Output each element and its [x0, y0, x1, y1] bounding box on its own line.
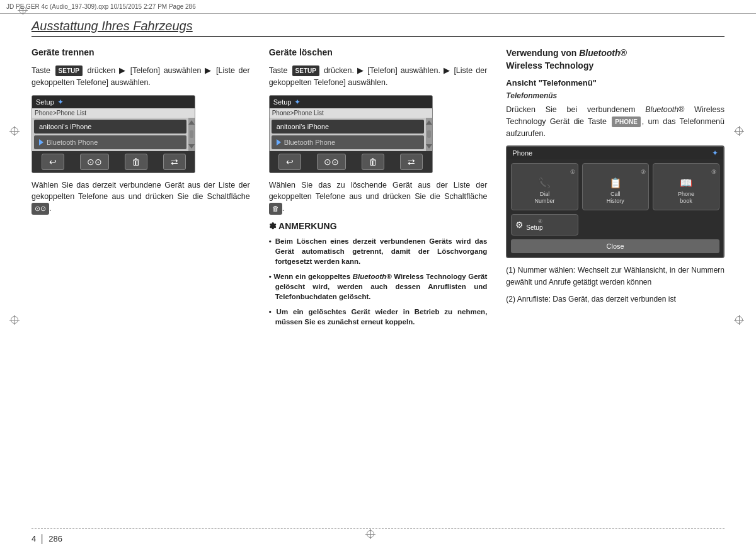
bluetooth-icon-phone: ✦	[712, 149, 718, 157]
setup-label: Setup	[526, 224, 542, 231]
phone-screen: Phone ✦ ① 📞 DialNumber ② 📋 CallHistory	[506, 145, 724, 258]
sub-item-col1: Bluetooth Phone	[34, 135, 186, 149]
scrollbar-col1[interactable]	[188, 118, 195, 151]
col2-heading: Geräte löschen	[269, 47, 488, 57]
col3-italic-label: Telefonmenüs	[506, 91, 724, 100]
col3-heading: Verwendung von Bluetooth® Wireless Techn…	[506, 47, 724, 72]
col3-sub-heading: Ansicht "Telefonmenü"	[506, 78, 724, 88]
note-item-2: Wenn ein gekoppeltes Bluetooth® Wireless…	[269, 271, 488, 302]
note-item-1: Beim Löschen eines derzeit verbundenen G…	[269, 236, 488, 266]
scroll-down-col2[interactable]	[426, 144, 432, 149]
btn-extra-col2[interactable]: ⇄	[400, 154, 423, 170]
btn-delete-col2[interactable]: 🗑	[362, 154, 384, 170]
phone-title: Phone	[512, 149, 532, 157]
bluetooth-icon-1: ✦	[57, 98, 64, 106]
dial-label: DialNumber	[514, 191, 575, 205]
col2-text-after: Wählen Sie das zu löschende Gerät aus de…	[269, 179, 488, 215]
empty-cell-2	[653, 214, 719, 236]
setup-number-badge: ④	[526, 219, 542, 224]
phonebook-icon: 📖	[656, 177, 716, 189]
col1-intro: Taste SETUP drücken ▶ [Telefon] auswähle…	[32, 65, 250, 89]
page-title-section: Ausstattung Ihres Fahrzeugs	[32, 19, 724, 37]
dial-number-badge: ①	[514, 169, 575, 175]
badge-phone: PHONE	[612, 116, 641, 127]
crosshair-left-bottom	[9, 315, 22, 327]
badge-setup-1: SETUP	[55, 65, 83, 76]
header-bar: JD PE GER 4c (Audio_197-309).qxp 10/15/2…	[0, 0, 756, 14]
bluetooth-icon-2: ✦	[294, 98, 301, 106]
badge-setup-2: SETUP	[292, 65, 319, 76]
note-heading: ✽ ANMERKUNG	[269, 221, 488, 231]
phone-menu-history[interactable]: ② 📋 CallHistory	[582, 163, 649, 210]
col3-intro: Drücken Sie bei verbundenem Bluetooth® W…	[506, 104, 724, 139]
phone-close-button[interactable]: Close	[511, 239, 719, 253]
screen-title-col1: Setup	[36, 98, 54, 106]
breadcrumb-col1: Phone>Phone List	[32, 108, 195, 118]
header-text: JD PE GER 4c (Audio_197-309).qxp 10/15/2…	[6, 3, 196, 10]
col-bluetooth: Verwendung von Bluetooth® Wireless Techn…	[506, 47, 724, 520]
scroll-thumb-col1	[190, 130, 193, 138]
screen-header-col1: Setup ✦	[32, 96, 195, 108]
scroll-up-col1[interactable]	[188, 120, 195, 125]
empty-cell-1	[582, 214, 649, 236]
breadcrumb-col2: Phone>Phone List	[270, 108, 432, 118]
screen-buttons-col1: ↩ ⊙⊙ 🗑 ⇄	[32, 151, 195, 173]
scroll-thumb-col2	[427, 130, 431, 138]
sub-item-col2: Bluetooth Phone	[272, 135, 424, 149]
play-icon-1	[39, 139, 43, 145]
btn-connect-col2[interactable]: ⊙⊙	[317, 154, 346, 170]
play-icon-2	[277, 139, 281, 145]
footer-section: 4	[32, 534, 36, 543]
btn-back-col1[interactable]: ↩	[42, 154, 64, 170]
page-title: Ausstattung Ihres Fahrzeugs	[32, 19, 724, 33]
btn-extra-col1[interactable]: ⇄	[163, 154, 186, 170]
title-underline	[32, 36, 724, 37]
screen-mockup-col2: Setup ✦ Phone>Phone List anitooni's iPho…	[269, 95, 433, 173]
scroll-down-col1[interactable]	[188, 144, 195, 149]
history-label: CallHistory	[585, 191, 646, 205]
phonebook-label: Phonebook	[656, 191, 716, 205]
btn-connect-col1[interactable]: ⊙⊙	[80, 154, 109, 170]
crosshair-left-top	[9, 126, 22, 139]
col2-delete-icon: 🗑	[269, 203, 282, 215]
col-geraete-trennen: Geräte trennen Taste SETUP drücken ▶ [Te…	[32, 47, 250, 520]
note-list: Beim Löschen eines derzeit verbundenen G…	[269, 236, 488, 327]
screen-header-col2: Setup ✦	[270, 96, 432, 108]
scroll-up-col2[interactable]	[426, 120, 432, 125]
phone-menu-dial[interactable]: ① 📞 DialNumber	[511, 163, 578, 210]
col1-heading: Geräte trennen	[32, 47, 250, 57]
col1-button-icon: ⊙⊙	[32, 203, 49, 215]
screen-title-col2: Setup	[273, 98, 292, 106]
annotation-2: (2) Anrufliste: Das Gerät, das derzeit v…	[506, 293, 724, 305]
btn-delete-col1[interactable]: 🗑	[125, 154, 147, 170]
screen-mockup-col1: Setup ✦ Phone>Phone List anitooni's iPho…	[32, 95, 195, 173]
annotations: (1) Nummer wählen: Wechselt zur Wählansi…	[506, 264, 724, 306]
selected-item-col2: anitooni's iPhone	[272, 120, 424, 133]
phonebook-number-badge: ③	[656, 169, 716, 175]
phone-screen-header: Phone ✦	[507, 147, 723, 159]
selected-item-col1: anitooni's iPhone	[34, 120, 186, 133]
crosshair-top-left	[18, 5, 30, 18]
screen-buttons-col2: ↩ ⊙⊙ 🗑 ⇄	[270, 151, 432, 173]
setup-gear-icon: ⚙	[515, 220, 524, 230]
phone-menu-phonebook[interactable]: ③ 📖 Phonebook	[653, 163, 719, 210]
crosshair-bottom	[365, 529, 378, 542]
footer-page-num: 286	[49, 534, 62, 543]
col2-intro: Taste SETUP drücken. ▶ [Telefon] auswähl…	[269, 65, 488, 89]
col-geraete-loeschen: Geräte löschen Taste SETUP drücken. ▶ [T…	[269, 47, 488, 520]
phone-menu-setup[interactable]: ⚙ ④ Setup	[511, 214, 578, 236]
phone-screen-body: ① 📞 DialNumber ② 📋 CallHistory ③ 📖 Phone…	[507, 159, 723, 257]
crosshair-right-bottom	[734, 315, 747, 327]
note-section: ✽ ANMERKUNG Beim Löschen eines derzeit v…	[269, 221, 488, 327]
dial-icon: 📞	[514, 177, 575, 189]
footer-page: 4 │ 286	[32, 534, 62, 543]
content-area: Geräte trennen Taste SETUP drücken ▶ [Te…	[32, 47, 724, 520]
scrollbar-col2[interactable]	[426, 118, 432, 151]
btn-back-col2[interactable]: ↩	[278, 154, 301, 170]
crosshair-right-top	[734, 126, 747, 139]
footer: 4 │ 286	[32, 528, 724, 543]
note-item-3: Um ein gelöschtes Gerät wieder in Betrie…	[269, 307, 488, 327]
annotation-1: (1) Nummer wählen: Wechselt zur Wählansi…	[506, 264, 724, 288]
history-number-badge: ②	[585, 169, 646, 175]
col1-text-after: Wählen Sie das derzeit verbundene Gerät …	[32, 179, 250, 215]
